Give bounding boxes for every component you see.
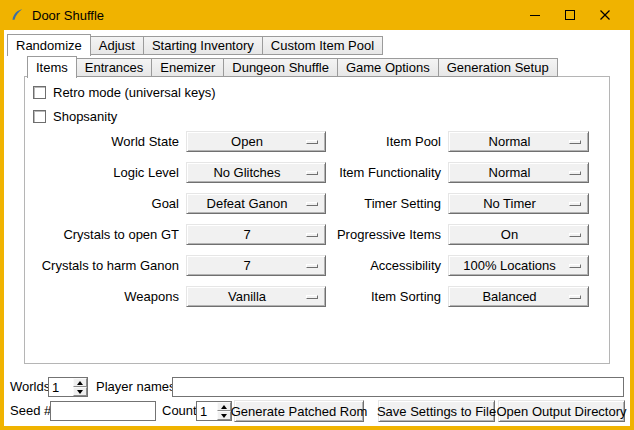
window-controls — [517, 0, 622, 30]
item-pool-dropdown[interactable]: Normal — [448, 131, 589, 152]
weapons-label: Weapons — [27, 289, 179, 304]
open-output-directory-button[interactable]: Open Output Directory — [498, 400, 625, 422]
door-shuffle-window: Door Shuffle Randomize Adjust Starting I… — [0, 0, 634, 430]
outer-tab-bar: Randomize Adjust Starting Inventory Cust… — [7, 33, 383, 55]
tab-starting-inventory[interactable]: Starting Inventory — [143, 36, 263, 55]
shopsanity-checkbox-box — [33, 110, 46, 123]
item-functionality-value: Normal — [489, 165, 531, 180]
worlds-label: Worlds — [10, 379, 50, 394]
worlds-input[interactable] — [49, 378, 73, 396]
crystals-harm-ganon-dropdown[interactable]: 7 — [186, 255, 326, 276]
menu-indicator-icon — [306, 171, 318, 175]
accessibility-dropdown[interactable]: 100% Locations — [448, 255, 589, 276]
save-settings-button[interactable]: Save Settings to File — [378, 400, 495, 422]
arrow-down-icon — [77, 390, 83, 394]
menu-indicator-icon — [306, 264, 318, 268]
goal-label: Goal — [27, 196, 179, 211]
menu-indicator-icon — [306, 202, 318, 206]
crystals-open-gt-label: Crystals to open GT — [27, 227, 179, 242]
tab-adjust[interactable]: Adjust — [90, 36, 144, 55]
tab-game-options[interactable]: Game Options — [337, 58, 439, 77]
tab-enemizer[interactable]: Enemizer — [151, 58, 224, 77]
tab-randomize[interactable]: Randomize — [7, 34, 91, 56]
count-input[interactable] — [197, 402, 217, 420]
item-sorting-dropdown[interactable]: Balanced — [448, 286, 589, 307]
titlebar[interactable]: Door Shuffle — [0, 0, 634, 30]
accessibility-label: Accessibility — [333, 258, 441, 273]
item-pool-value: Normal — [489, 134, 531, 149]
count-spin-up-button[interactable] — [217, 402, 231, 411]
menu-indicator-icon — [306, 233, 318, 237]
arrow-down-icon — [221, 414, 227, 418]
options-grid: World State Open Item Pool Normal Logic … — [27, 131, 589, 307]
timer-setting-dropdown[interactable]: No Timer — [448, 193, 589, 214]
tab-entrances[interactable]: Entrances — [76, 58, 153, 77]
count-spinbox — [196, 401, 232, 421]
tab-custom-item-pool[interactable]: Custom Item Pool — [262, 36, 383, 55]
worlds-spin-down-button[interactable] — [73, 387, 87, 396]
logic-level-label: Logic Level — [27, 165, 179, 180]
item-sorting-value: Balanced — [482, 289, 536, 304]
timer-setting-value: No Timer — [483, 196, 536, 211]
maximize-button[interactable] — [552, 0, 587, 30]
close-button[interactable] — [587, 0, 622, 30]
randomize-notebook: Items Entrances Enemizer Dungeon Shuffle… — [24, 56, 610, 364]
weapons-dropdown[interactable]: Vanilla — [186, 286, 326, 307]
menu-indicator-icon — [569, 171, 581, 175]
player-names-entry — [172, 377, 624, 397]
crystals-open-gt-value: 7 — [243, 227, 250, 242]
tab-dungeon-shuffle[interactable]: Dungeon Shuffle — [223, 58, 338, 77]
worlds-spinbox — [48, 377, 88, 397]
retro-mode-label: Retro mode (universal keys) — [53, 85, 216, 100]
logic-level-dropdown[interactable]: No Glitches — [186, 162, 326, 183]
app-icon[interactable] — [9, 7, 25, 23]
items-pane: Retro mode (universal keys) Shopsanity W… — [24, 76, 610, 364]
player-names-label: Player names — [96, 379, 175, 394]
goal-dropdown[interactable]: Defeat Ganon — [186, 193, 326, 214]
item-pool-label: Item Pool — [333, 134, 441, 149]
menu-indicator-icon — [569, 295, 581, 299]
menu-indicator-icon — [569, 264, 581, 268]
close-icon — [599, 9, 611, 21]
seed-entry — [50, 401, 156, 421]
progressive-items-value: On — [501, 227, 518, 242]
count-label: Count — [162, 403, 197, 418]
arrow-up-icon — [77, 381, 83, 385]
generate-patched-rom-button[interactable]: Generate Patched Rom — [234, 400, 364, 422]
maximize-icon — [564, 9, 576, 21]
inner-tab-bar: Items Entrances Enemizer Dungeon Shuffle… — [27, 56, 558, 77]
seed-input[interactable] — [51, 402, 155, 420]
progressive-items-dropdown[interactable]: On — [448, 224, 589, 245]
player-names-input[interactable] — [173, 378, 623, 396]
retro-mode-checkbox-box — [33, 86, 46, 99]
item-functionality-label: Item Functionality — [333, 165, 441, 180]
worlds-spin-up-button[interactable] — [73, 378, 87, 387]
crystals-harm-ganon-value: 7 — [243, 258, 250, 273]
menu-indicator-icon — [306, 295, 318, 299]
menu-indicator-icon — [569, 140, 581, 144]
logic-level-value: No Glitches — [213, 165, 280, 180]
goal-value: Defeat Ganon — [207, 196, 288, 211]
crystals-harm-ganon-label: Crystals to harm Ganon — [27, 258, 179, 273]
item-functionality-dropdown[interactable]: Normal — [448, 162, 589, 183]
world-state-value: Open — [231, 134, 263, 149]
menu-indicator-icon — [569, 233, 581, 237]
window-title: Door Shuffle — [32, 8, 104, 23]
checkbox-retro-mode[interactable]: Retro mode (universal keys) — [33, 84, 216, 100]
shopsanity-label: Shopsanity — [53, 109, 117, 124]
minimize-button[interactable] — [517, 0, 552, 30]
checkbox-shopsanity[interactable]: Shopsanity — [33, 108, 117, 124]
tab-generation-setup[interactable]: Generation Setup — [438, 58, 558, 77]
seed-label: Seed # — [10, 403, 51, 418]
tab-items[interactable]: Items — [27, 56, 77, 78]
menu-indicator-icon — [569, 202, 581, 206]
world-state-dropdown[interactable]: Open — [186, 131, 326, 152]
progressive-items-label: Progressive Items — [333, 227, 441, 242]
item-sorting-label: Item Sorting — [333, 289, 441, 304]
arrow-up-icon — [221, 405, 227, 409]
crystals-open-gt-dropdown[interactable]: 7 — [186, 224, 326, 245]
accessibility-value: 100% Locations — [463, 258, 556, 273]
weapons-value: Vanilla — [228, 289, 266, 304]
window-content: Randomize Adjust Starting Inventory Cust… — [4, 30, 630, 426]
count-spin-down-button[interactable] — [217, 411, 231, 420]
